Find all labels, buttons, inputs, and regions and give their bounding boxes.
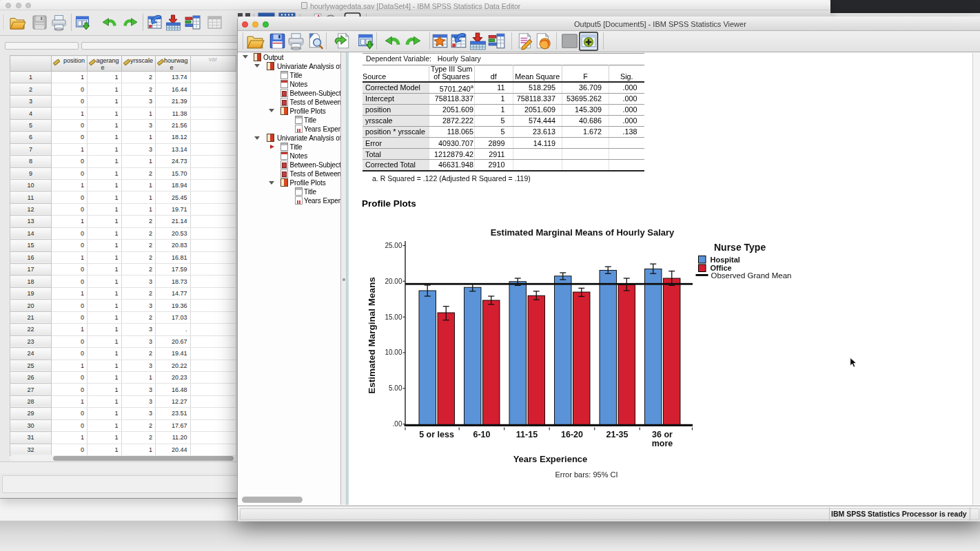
svg-text:Nurse Type: Nurse Type: [714, 242, 766, 253]
svg-text:Years Experience: Years Experience: [513, 454, 588, 464]
svg-text:Observed Grand Mean: Observed Grand Mean: [711, 271, 792, 280]
svg-text:6-10: 6-10: [473, 430, 490, 439]
svg-text:.00: .00: [393, 420, 402, 428]
svg-text:Error bars: 95% CI: Error bars: 95% CI: [555, 470, 617, 479]
svg-text:16-20: 16-20: [561, 430, 583, 439]
svg-text:5 or less: 5 or less: [419, 430, 454, 439]
svg-text:25.00: 25.00: [385, 242, 402, 249]
svg-text:20.00: 20.00: [385, 278, 402, 285]
svg-text:21-35: 21-35: [606, 430, 629, 439]
svg-text:Hospital: Hospital: [711, 256, 740, 264]
svg-text:Estimated Marginal Means: Estimated Marginal Means: [367, 277, 377, 394]
svg-text:15.00: 15.00: [385, 313, 402, 321]
svg-text:36 or: 36 or: [652, 430, 673, 439]
svg-text:Estimated Marginal Means of Ho: Estimated Marginal Means of Hourly Salar…: [491, 227, 675, 238]
svg-text:10.00: 10.00: [385, 349, 402, 356]
svg-text:11-15: 11-15: [516, 430, 538, 439]
svg-text:5.00: 5.00: [389, 384, 402, 392]
svg-text:more: more: [652, 439, 673, 448]
